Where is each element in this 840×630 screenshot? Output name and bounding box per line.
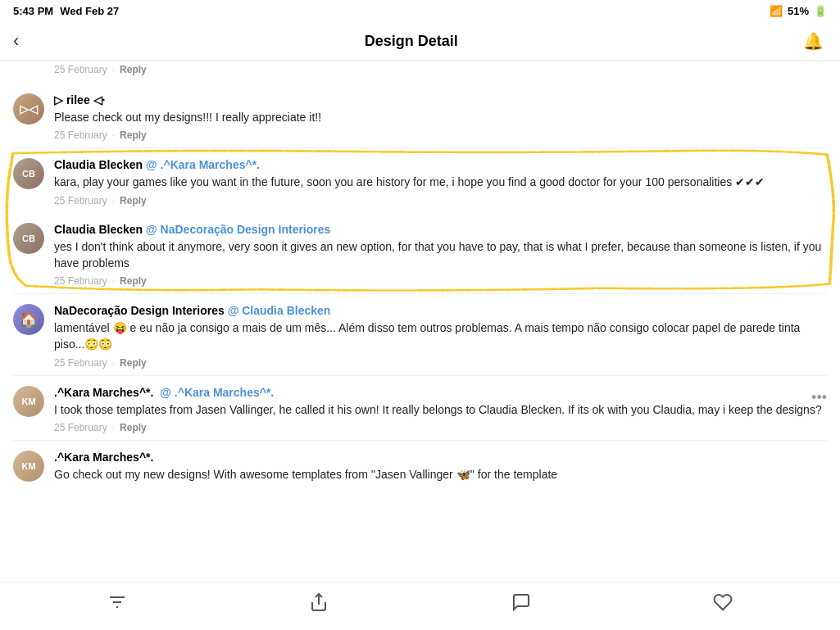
comment-body-claudia1: Claudia Blecken @ .^Kara Marches^*. kara… [54, 158, 827, 206]
comment-meta-rilee: 25 February · Reply [54, 129, 827, 141]
comment-username-nadecoração: NaDecoração Design Interiores @ Claudia … [54, 304, 827, 317]
battery-icon: 🔋 [814, 5, 827, 17]
comment-item-rilee: ▷◁ ▷ rilee ◁· Please check out my design… [0, 84, 840, 147]
share-icon[interactable] [309, 592, 329, 617]
status-time: 5:43 PM [13, 5, 53, 17]
comment-date-kara1: 25 February [54, 422, 107, 433]
comment-text-kara1: I took those templates from Jasen Vallin… [54, 401, 827, 418]
comment-meta-nadecoração: 25 February · Reply [54, 357, 827, 369]
back-button[interactable]: ‹ [13, 30, 19, 52]
status-time-date: 5:43 PM Wed Feb 27 [13, 5, 119, 17]
comment-username-rilee: ▷ rilee ◁· [54, 93, 827, 107]
status-date: Wed Feb 27 [60, 5, 119, 17]
comment-text-kara2: Go check out my new designs! With awesom… [54, 466, 827, 483]
partial-date: 25 February [54, 64, 107, 75]
comment-item-claudia1: CB Claudia Blecken @ .^Kara Marches^*. k… [0, 148, 840, 212]
comment-date-rilee: 25 February [54, 129, 107, 141]
highlighted-section: CB Claudia Blecken @ .^Kara Marches^*. k… [0, 148, 840, 293]
comment-body-kara1: .^Kara Marches^*. @ .^Kara Marches^*. I … [54, 386, 827, 433]
comments-list: 25 February · Reply ▷◁ ▷ rilee ◁· Please… [0, 61, 840, 493]
reply-button-kara1[interactable]: Reply [120, 422, 147, 433]
comment-text-rilee: Please check out my designs!!! I really … [54, 109, 827, 125]
comment-item-claudia2: CB Claudia Blecken @ NaDecoração Design … [0, 213, 840, 294]
comment-username-kara2: .^Kara Marches^*. [54, 451, 827, 464]
status-bar: 5:43 PM Wed Feb 27 📶 51% 🔋 [0, 0, 840, 22]
comment-date-nadecoração: 25 February [54, 357, 107, 369]
avatar-kara2: KM [13, 451, 44, 482]
bell-icon[interactable]: 🔔 [803, 31, 824, 51]
page-title: Design Detail [365, 33, 458, 50]
chat-icon[interactable] [511, 592, 531, 617]
comment-item-kara1: KM .^Kara Marches^*. @ .^Kara Marches^*.… [0, 376, 840, 440]
wifi-icon: 📶 [770, 5, 783, 17]
comment-meta-claudia2: 25 February · Reply [54, 275, 827, 287]
avatar-kara1: KM [13, 386, 44, 417]
comment-body-claudia2: Claudia Blecken @ NaDecoração Design Int… [54, 223, 827, 288]
comment-body-nadecoração: NaDecoração Design Interiores @ Claudia … [54, 304, 827, 369]
battery-percent: 51% [788, 5, 809, 17]
heart-icon[interactable] [713, 592, 733, 617]
comment-date-claudia2: 25 February [54, 275, 107, 287]
comment-date-claudia1: 25 February [54, 195, 107, 206]
comment-body-kara2: .^Kara Marches^*. Go check out my new de… [54, 451, 827, 487]
comment-meta-kara1: 25 February · Reply [54, 422, 827, 433]
comment-text-claudia2: yes I don't think about it anymore, very… [54, 238, 827, 272]
comment-text-claudia1: kara, play your games like you want in t… [54, 174, 827, 190]
comment-meta-claudia1: 25 February · Reply [54, 195, 827, 206]
filter-icon[interactable] [107, 592, 127, 617]
reply-button-nadecoração[interactable]: Reply [120, 357, 147, 369]
partial-comment: 25 February · Reply [0, 61, 840, 84]
partial-meta: 25 February · Reply [54, 64, 827, 75]
reply-button-rilee[interactable]: Reply [120, 129, 147, 141]
avatar-rilee: ▷◁ [13, 93, 44, 125]
comment-username-claudia1: Claudia Blecken @ .^Kara Marches^*. [54, 158, 827, 171]
nav-header: ‹ Design Detail 🔔 [0, 22, 840, 61]
comment-body-rilee: ▷ rilee ◁· Please check out my designs!!… [54, 93, 827, 141]
comment-item-kara2: KM .^Kara Marches^*. Go check out my new… [0, 441, 840, 493]
comment-text-nadecoração: lamentável 😝 e eu não ja consigo a mais … [54, 320, 827, 353]
avatar-claudia1: CB [13, 158, 44, 189]
bottom-nav [0, 582, 840, 630]
reply-button-claudia2[interactable]: Reply [120, 275, 147, 287]
more-options-dot[interactable]: ••• [811, 389, 827, 406]
comment-username-claudia2: Claudia Blecken @ NaDecoração Design Int… [54, 223, 827, 236]
partial-reply-button[interactable]: Reply [120, 64, 147, 75]
comment-item-nadecoração: 🏠 NaDecoração Design Interiores @ Claudi… [0, 294, 840, 375]
avatar-claudia2: CB [13, 223, 44, 254]
status-icons: 📶 51% 🔋 [770, 5, 827, 17]
reply-button-claudia1[interactable]: Reply [120, 195, 147, 206]
comment-username-kara1: .^Kara Marches^*. @ .^Kara Marches^*. [54, 386, 827, 399]
avatar-nadecoração: 🏠 [13, 304, 44, 335]
